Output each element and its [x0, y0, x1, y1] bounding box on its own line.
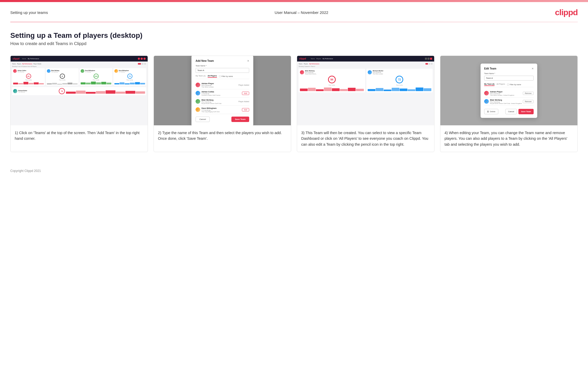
player-club: 1.5 HandicapThe Gog Magog Golf Club — [201, 109, 220, 112]
player-added-label: Player Added — [238, 84, 249, 86]
remove-player-button[interactable]: Remove — [523, 92, 534, 95]
modal-close-icon: ✕ — [532, 67, 534, 70]
cancel-button[interactable]: Cancel — [196, 117, 210, 122]
player-club: Plus HandicapRoyal North Devon Golf Club… — [490, 101, 522, 104]
player-info: A Adrian Player Plus HandicapThe Shire L… — [484, 91, 514, 96]
player-details: Adrian Player Plus HandicapThe Shire Lon… — [490, 91, 514, 96]
player-item: A Adrian Player Plus HandicapThe Shire L… — [196, 81, 249, 89]
delete-team-button[interactable]: 🗑 Delete — [484, 109, 498, 114]
page-title: Setting up a Team of players (desktop) — [10, 31, 578, 40]
remove-player-button[interactable]: Remove — [523, 100, 534, 103]
filter-by-name-edit[interactable]: Filter by name — [507, 83, 521, 86]
modal-header: Add New Team ✕ — [196, 59, 249, 62]
tab-my-team[interactable]: My Team (2) — [196, 75, 206, 78]
player-club: 1 HandicapCentral London Golf Centre — [201, 93, 220, 96]
edit-player-list: A Adrian Player Plus HandicapThe Shire L… — [484, 89, 534, 106]
header-section-label: Setting up your teams — [10, 10, 48, 15]
player-item: D Dave Billingham 1.5 HandicapThe Gog Ma… — [196, 106, 249, 114]
nav-bar: clippd Home My Performance — [11, 56, 148, 62]
card-3: clippd Teams Players My Performance — [297, 56, 434, 152]
card-2-text: 2) Type the name of this Team and then s… — [154, 125, 291, 152]
card-3-text: 3) This Team will then be created. You c… — [297, 125, 434, 152]
player-club: Plus HandicapThe Shire London, United Ki… — [490, 93, 514, 96]
add-team-modal-screenshot: Add New Team ✕ Team Name * My Team (2) A… — [154, 56, 291, 125]
team-name-label: Team Name * — [484, 73, 534, 74]
team-body: Teams Players My Performance Showing 2 p… — [297, 62, 434, 125]
team-name-input-edit[interactable] — [484, 76, 534, 81]
team-name-input[interactable] — [196, 68, 249, 73]
modal-tabs: My Team (2) All Players Filter by name — [196, 75, 249, 79]
card-4-text: 4) When editing your Team, you can chang… — [440, 125, 577, 152]
team-dashboard-screenshot: clippd Teams Players My Performance — [297, 56, 434, 125]
player-club: Plus HandicapRoyal North Devon Golf Club — [201, 101, 221, 104]
team-player-cards: Blair McHarg Plus Handicap Royal North D… — [299, 69, 433, 92]
player-item: A Adrian Player Plus HandicapThe Shire L… — [484, 89, 534, 98]
clippd-logo: clippd — [555, 8, 578, 17]
player-details: Dave Billingham 1.5 HandicapThe Gog Mago… — [201, 107, 220, 112]
player-item: B Blair McHarg Plus HandicapRoyal North … — [484, 98, 534, 106]
player-name: Adrian Coliba — [201, 91, 220, 93]
nav-home: Home — [22, 58, 26, 59]
card-1-text: 1) Click on 'Teams' at the top of the sc… — [11, 125, 148, 152]
player-item: A Adrian Coliba 1 HandicapCentral London… — [196, 89, 249, 98]
player-name: Dave Billingham — [201, 107, 220, 109]
add-player-button[interactable]: Add — [242, 108, 249, 111]
add-team-modal: Add New Team ✕ Team Name * My Team (2) A… — [191, 56, 253, 125]
player-added-label: Player Added — [238, 101, 249, 102]
dashboard-body: Teams Players My Performance Player Deta… — [11, 62, 148, 125]
player-info: B Blair McHarg Plus HandicapRoyal North … — [196, 99, 221, 104]
cancel-button-edit[interactable]: Cancel — [505, 109, 517, 114]
page-subtitle: How to create and edit Teams in Clippd — [10, 41, 578, 46]
player-avatar: A — [484, 91, 489, 95]
screenshot-4: Edit Team ✕ Team Name * My Team (2) All … — [440, 56, 577, 125]
team-name-label: Team Name * — [196, 65, 249, 67]
filter-by-name[interactable]: Filter by name — [219, 75, 233, 78]
modal-title: Edit Team — [484, 67, 496, 70]
player-info: D Dave Billingham 1.5 HandicapThe Gog Ma… — [196, 107, 220, 112]
modal-title: Add New Team — [196, 59, 214, 62]
player-info: A Adrian Coliba 1 HandicapCentral London… — [196, 91, 220, 96]
cards-row: clippd Home My Performance — [10, 56, 578, 152]
modal-header: Edit Team ✕ — [484, 67, 534, 70]
screenshot-3: clippd Teams Players My Performance — [297, 56, 434, 125]
add-player-button[interactable]: Add — [242, 92, 249, 95]
player-details: Adrian Player Plus HandicapThe Shire Lon… — [201, 82, 214, 88]
screenshot-2: Add New Team ✕ Team Name * My Team (2) A… — [154, 56, 291, 125]
player-info: B Blair McHarg Plus HandicapRoyal North … — [484, 99, 522, 104]
main-content: Setting up a Team of players (desktop) H… — [0, 22, 588, 165]
tab-all-players[interactable]: All Players — [208, 75, 217, 78]
copyright-text: Copyright Clippd 2021 — [10, 169, 41, 173]
footer: Copyright Clippd 2021 — [0, 165, 588, 177]
edit-team-modal-screenshot: Edit Team ✕ Team Name * My Team (2) All … — [440, 56, 577, 125]
player-name: Adrian Player — [490, 91, 514, 93]
player-details: Adrian Coliba 1 HandicapCentral London G… — [201, 91, 220, 96]
player-club: Plus HandicapThe Shire London — [201, 85, 214, 88]
tab-my-team-edit[interactable]: My Team (2) — [484, 83, 494, 86]
player-item: B Blair McHarg Plus HandicapRoyal North … — [196, 98, 249, 106]
player-name: Blair McHarg — [490, 99, 522, 101]
player-avatar: B — [484, 99, 489, 104]
player-info: A Adrian Player Plus HandicapThe Shire L… — [196, 82, 214, 88]
player-avatar: A — [196, 83, 200, 87]
logo-small: clippd — [13, 57, 20, 60]
top-bar — [0, 0, 588, 2]
screenshot-1: clippd Home My Performance — [11, 56, 148, 125]
card-4: Edit Team ✕ Team Name * My Team (2) All … — [440, 56, 578, 152]
modal-tabs-edit: My Team (2) All Players Filter by name — [484, 83, 534, 87]
teams-dashboard-screenshot: clippd Home My Performance — [11, 56, 148, 125]
player-avatar: D — [196, 107, 200, 112]
modal-footer: Cancel Save Team — [196, 117, 249, 122]
modal-close-icon: ✕ — [247, 59, 249, 62]
tab-all-players-edit[interactable]: All Players — [497, 83, 505, 86]
player-list: A Adrian Player Plus HandicapThe Shire L… — [196, 81, 249, 114]
header-document-title: User Manual – November 2022 — [275, 10, 328, 15]
save-team-button-edit[interactable]: Save Team — [518, 109, 534, 114]
nav-items: Home My Performance — [22, 58, 39, 59]
header: Setting up your teams User Manual – Nove… — [0, 2, 588, 22]
nav-bar: clippd Teams Players My Performance — [297, 56, 434, 62]
player-details: Blair McHarg Plus HandicapRoyal North De… — [201, 99, 221, 104]
save-team-button[interactable]: Save Team — [231, 117, 249, 122]
player-avatar: B — [196, 99, 200, 104]
player-avatar: A — [196, 91, 200, 95]
edit-team-modal: Edit Team ✕ Team Name * My Team (2) All … — [481, 64, 537, 118]
